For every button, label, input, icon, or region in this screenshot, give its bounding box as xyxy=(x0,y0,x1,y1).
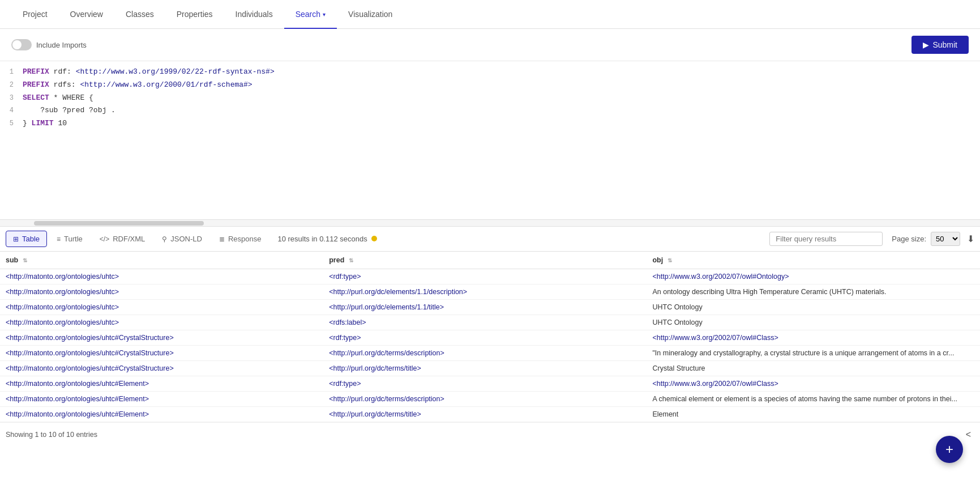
include-imports-toggle[interactable] xyxy=(11,39,32,50)
col-header-pred[interactable]: pred ⇅ xyxy=(323,252,647,269)
table-row: <http://matonto.org/ontologies/uhtc><htt… xyxy=(0,284,980,300)
prev-page-button[interactable]: < xyxy=(962,428,974,441)
jsonld-icon: ⚲ xyxy=(162,235,167,243)
filter-input[interactable] xyxy=(769,232,883,246)
table-row: <http://matonto.org/ontologies/uhtc#Crys… xyxy=(0,330,980,346)
results-tab-bar: ⊞ Table ≡ Turtle </> RDF/XML ⚲ JSON-LD ≣… xyxy=(0,227,980,252)
page-size-select[interactable]: 10 25 50 100 xyxy=(931,232,960,246)
status-dot xyxy=(371,236,377,241)
results-table-container: sub ⇅ pred ⇅ obj ⇅ <http://matonto.org/o… xyxy=(0,252,980,422)
nav-individuals[interactable]: Individuals xyxy=(224,0,284,29)
link-sub[interactable]: <http://matonto.org/ontologies/uhtc#Crys… xyxy=(6,349,174,357)
nav-overview[interactable]: Overview xyxy=(59,0,114,29)
cell-sub: <http://matonto.org/ontologies/uhtc#Crys… xyxy=(0,330,323,346)
link-pred[interactable]: <http://purl.org/dc/terms/title> xyxy=(329,410,421,418)
link-sub[interactable]: <http://matonto.org/ontologies/uhtc> xyxy=(6,303,119,311)
cell-pred: <http://purl.org/dc/elements/1.1/descrip… xyxy=(323,284,647,300)
col-header-sub[interactable]: sub ⇅ xyxy=(0,252,323,269)
code-line-1: 1 PREFIX rdf: <http://www.w3.org/1999/02… xyxy=(0,66,980,79)
cell-obj: <http://www.w3.org/2002/07/owl#Class> xyxy=(647,330,980,346)
cell-sub: <http://matonto.org/ontologies/uhtc> xyxy=(0,300,323,315)
link-pred[interactable]: <rdf:type> xyxy=(329,334,361,342)
tab-rdfxml[interactable]: </> RDF/XML xyxy=(92,231,152,247)
download-button[interactable]: ⬇ xyxy=(967,233,974,244)
link-pred[interactable]: <rdfs:label> xyxy=(329,318,366,326)
link-sub[interactable]: <http://matonto.org/ontologies/uhtc#Elem… xyxy=(6,395,149,403)
sparql-editor[interactable]: 1 PREFIX rdf: <http://www.w3.org/1999/02… xyxy=(0,61,980,220)
link-pred[interactable]: <http://purl.org/dc/terms/description> xyxy=(329,395,444,403)
cell-obj: <http://www.w3.org/2002/07/owl#Class> xyxy=(647,376,980,392)
cell-obj: "In mineralogy and crystallography, a cr… xyxy=(647,346,980,361)
cell-pred: <rdfs:label> xyxy=(323,315,647,330)
editor-scrollbar[interactable] xyxy=(0,220,980,227)
play-icon: ▶ xyxy=(923,40,929,49)
showing-entries-label: Showing 1 to 10 of 10 entries xyxy=(6,431,97,439)
sort-icon-sub: ⇅ xyxy=(23,257,27,264)
link-obj[interactable]: <http://www.w3.org/2002/07/owl#Class> xyxy=(652,380,778,388)
response-icon: ≣ xyxy=(219,235,225,243)
link-pred[interactable]: <http://purl.org/dc/terms/description> xyxy=(329,349,444,357)
nav-search[interactable]: Search ▾ xyxy=(284,0,337,29)
cell-pred: <rdf:type> xyxy=(323,269,647,284)
cell-obj: Element xyxy=(647,407,980,422)
sort-icon-pred: ⇅ xyxy=(349,257,353,264)
page-size-label: Page size: xyxy=(892,235,926,243)
cell-sub: <http://matonto.org/ontologies/uhtc> xyxy=(0,269,323,284)
results-table: sub ⇅ pred ⇅ obj ⇅ <http://matonto.org/o… xyxy=(0,252,980,422)
sort-icon-obj: ⇅ xyxy=(667,257,672,264)
cell-sub: <http://matonto.org/ontologies/uhtc#Crys… xyxy=(0,346,323,361)
link-sub[interactable]: <http://matonto.org/ontologies/uhtc#Crys… xyxy=(6,364,174,372)
code-line-5: 5 } LIMIT 10 xyxy=(0,117,980,130)
link-pred[interactable]: <http://purl.org/dc/elements/1.1/title> xyxy=(329,303,444,311)
cell-obj: UHTC Ontology xyxy=(647,315,980,330)
cell-obj: UHTC Ontology xyxy=(647,300,980,315)
link-pred[interactable]: <rdf:type> xyxy=(329,380,361,388)
link-sub[interactable]: <http://matonto.org/ontologies/uhtc> xyxy=(6,273,119,281)
rdf-icon: </> xyxy=(100,235,109,243)
nav-visualization[interactable]: Visualization xyxy=(337,0,404,29)
cell-pred: <http://purl.org/dc/terms/title> xyxy=(323,361,647,376)
table-icon: ⊞ xyxy=(13,235,19,243)
tab-turtle[interactable]: ≡ Turtle xyxy=(49,231,90,247)
link-obj[interactable]: <http://www.w3.org/2002/07/owl#Ontology> xyxy=(652,273,789,281)
link-obj[interactable]: <http://www.w3.org/2002/07/owl#Class> xyxy=(652,334,778,342)
code-line-3: 3 SELECT * WHERE { xyxy=(0,92,980,105)
link-sub[interactable]: <http://matonto.org/ontologies/uhtc#Elem… xyxy=(6,410,149,418)
cell-pred: <http://purl.org/dc/elements/1.1/title> xyxy=(323,300,647,315)
table-row: <http://matonto.org/ontologies/uhtc#Crys… xyxy=(0,361,980,376)
submit-button[interactable]: ▶ Submit xyxy=(911,36,969,54)
code-line-2: 2 PREFIX rdfs: <http://www.w3.org/2000/0… xyxy=(0,79,980,92)
link-sub[interactable]: <http://matonto.org/ontologies/uhtc#Elem… xyxy=(6,380,149,388)
tab-response[interactable]: ≣ Response xyxy=(212,231,269,247)
link-pred[interactable]: <http://purl.org/dc/elements/1.1/descrip… xyxy=(329,288,467,296)
pagination-controls: < xyxy=(962,428,974,441)
link-sub[interactable]: <http://matonto.org/ontologies/uhtc> xyxy=(6,318,119,326)
table-footer: Showing 1 to 10 of 10 entries < xyxy=(0,422,980,447)
cell-obj: <http://www.w3.org/2002/07/owl#Ontology> xyxy=(647,269,980,284)
tab-table[interactable]: ⊞ Table xyxy=(6,231,47,247)
link-pred[interactable]: <http://purl.org/dc/terms/title> xyxy=(329,364,421,372)
nav-properties[interactable]: Properties xyxy=(165,0,224,29)
cell-obj: An ontology describing Ultra High Temper… xyxy=(647,284,980,300)
link-sub[interactable]: <http://matonto.org/ontologies/uhtc#Crys… xyxy=(6,334,174,342)
table-row: <http://matonto.org/ontologies/uhtc><rdf… xyxy=(0,315,980,330)
nav-classes[interactable]: Classes xyxy=(114,0,165,29)
search-toolbar: Include Imports ▶ Submit xyxy=(0,29,980,61)
table-row: <http://matonto.org/ontologies/uhtc#Crys… xyxy=(0,346,980,361)
tab-jsonld[interactable]: ⚲ JSON-LD xyxy=(155,231,209,247)
include-imports-label: Include Imports xyxy=(36,41,87,49)
cell-sub: <http://matonto.org/ontologies/uhtc#Elem… xyxy=(0,376,323,392)
table-row: <http://matonto.org/ontologies/uhtc><rdf… xyxy=(0,269,980,284)
link-sub[interactable]: <http://matonto.org/ontologies/uhtc> xyxy=(6,288,119,296)
cell-obj: Crystal Structure xyxy=(647,361,980,376)
cell-sub: <http://matonto.org/ontologies/uhtc> xyxy=(0,284,323,300)
cell-pred: <http://purl.org/dc/terms/description> xyxy=(323,346,647,361)
table-row: <http://matonto.org/ontologies/uhtc#Elem… xyxy=(0,407,980,422)
nav-project[interactable]: Project xyxy=(11,0,59,29)
link-pred[interactable]: <rdf:type> xyxy=(329,273,361,281)
results-summary: 10 results in 0.112 seconds xyxy=(277,235,377,243)
cell-sub: <http://matonto.org/ontologies/uhtc#Crys… xyxy=(0,361,323,376)
table-header-row: sub ⇅ pred ⇅ obj ⇅ xyxy=(0,252,980,269)
cell-obj: A chemical element or element is a speci… xyxy=(647,392,980,407)
col-header-obj[interactable]: obj ⇅ xyxy=(647,252,980,269)
